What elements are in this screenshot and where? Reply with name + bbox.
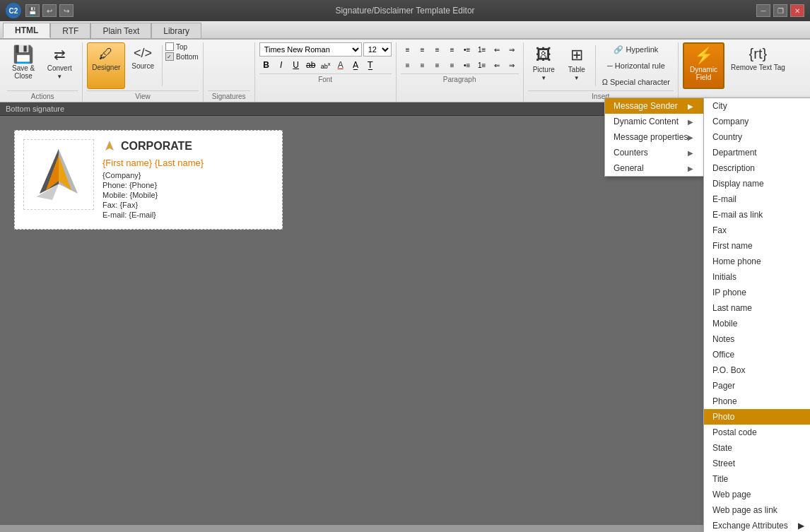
message-props-arrow: ▶ bbox=[688, 134, 693, 141]
sub-notes[interactable]: Notes bbox=[704, 331, 810, 347]
close-btn[interactable]: ✕ bbox=[790, 4, 804, 17]
quick-access-redo[interactable]: ↪ bbox=[59, 4, 74, 17]
sub-company[interactable]: Company bbox=[704, 114, 810, 129]
font-size-select[interactable]: 12 bbox=[363, 42, 392, 57]
save-close-label: Save &Close bbox=[12, 64, 35, 80]
align-left-btn2[interactable]: ≡ bbox=[401, 58, 415, 72]
tab-library[interactable]: Library bbox=[151, 23, 201, 38]
convert-button[interactable]: ⇄ Convert ▼ bbox=[41, 42, 78, 89]
sub-ip-phone[interactable]: IP phone bbox=[704, 285, 810, 300]
ribbon-group-paragraph: ≡ ≡ ≡ ≡ •≡ 1≡ ⇐ ⇒ ≡ ≡ ≡ ≡ •≡ 1≡ ⇐ ⇒ Para… bbox=[398, 42, 524, 102]
list-number-button[interactable]: 1≡ bbox=[475, 42, 489, 57]
hyperlink-button[interactable]: 🔗 Hyperlink bbox=[599, 42, 674, 57]
sub-home-phone[interactable]: Home phone bbox=[704, 254, 810, 269]
menu-item-dynamic-content[interactable]: Dynamic Content ▶ bbox=[605, 114, 705, 129]
ribbon: 💾 Save &Close ⇄ Convert ▼ Actions 🖊 Desi… bbox=[0, 40, 810, 102]
quick-access-undo[interactable]: ↩ bbox=[42, 4, 57, 17]
font-color-button[interactable]: A bbox=[334, 58, 348, 72]
list-bullet-btn2[interactable]: •≡ bbox=[460, 58, 474, 72]
source-button[interactable]: </> Source bbox=[127, 42, 159, 89]
align-center-btn2[interactable]: ≡ bbox=[416, 58, 430, 72]
menu-item-message-sender[interactable]: Message Sender ▶ bbox=[605, 98, 705, 114]
list-number-btn2[interactable]: 1≡ bbox=[475, 58, 489, 72]
picture-button[interactable]: 🖼 Picture ▼ bbox=[528, 42, 560, 89]
menu-item-general[interactable]: General ▶ bbox=[605, 160, 705, 176]
sub-fax[interactable]: Fax bbox=[704, 223, 810, 238]
restore-btn[interactable]: ❐ bbox=[773, 4, 787, 17]
quick-access-save[interactable]: 💾 bbox=[25, 4, 40, 17]
justify-button[interactable]: ≡ bbox=[445, 42, 459, 57]
sub-web-page-link[interactable]: Web page as link bbox=[704, 502, 810, 518]
sub-department[interactable]: Department bbox=[704, 145, 810, 160]
horizontal-rule-button[interactable]: ─ Horizontal rule bbox=[599, 59, 674, 73]
sub-display-name[interactable]: Display name bbox=[704, 176, 810, 191]
tab-bar: HTML RTF Plain Text Library bbox=[0, 21, 810, 40]
superscript-button[interactable]: abx bbox=[319, 58, 333, 72]
sub-mobile[interactable]: Mobile bbox=[704, 316, 810, 331]
bold-icon: B bbox=[263, 60, 269, 70]
picture-icon: 🖼 bbox=[536, 46, 551, 64]
menu-item-message-props[interactable]: Message properties ▶ bbox=[605, 129, 705, 145]
sub-email-link[interactable]: E-mail as link bbox=[704, 207, 810, 223]
align-right-btn2[interactable]: ≡ bbox=[430, 58, 445, 72]
sub-exchange-attrs[interactable]: Exchange Attributes ▶ bbox=[704, 518, 810, 532]
sub-first-name[interactable]: First name bbox=[704, 238, 810, 254]
sub-office[interactable]: Office bbox=[704, 347, 810, 362]
underline-icon: U bbox=[293, 60, 299, 70]
align-right-button[interactable]: ≡ bbox=[430, 42, 445, 57]
tab-rtf[interactable]: RTF bbox=[50, 23, 90, 38]
sub-country[interactable]: Country bbox=[704, 129, 810, 145]
sub-state[interactable]: State bbox=[704, 440, 810, 456]
sub-initials[interactable]: Initials bbox=[704, 269, 810, 285]
sub-street[interactable]: Street bbox=[704, 456, 810, 471]
special-char-button[interactable]: Ω Special character bbox=[599, 74, 674, 89]
sub-city[interactable]: City bbox=[704, 98, 810, 114]
sub-last-name[interactable]: Last name bbox=[704, 300, 810, 316]
editor-canvas[interactable]: CORPORATE {First name} {Last name} {Comp… bbox=[0, 116, 799, 524]
insert-small-buttons: 🔗 Hyperlink ─ Horizontal rule Ω Special … bbox=[599, 42, 674, 89]
company-logo-small bbox=[102, 139, 117, 153]
sub-phone[interactable]: Phone bbox=[704, 394, 810, 409]
justify-btn2[interactable]: ≡ bbox=[445, 58, 459, 72]
align-center-button[interactable]: ≡ bbox=[416, 42, 430, 57]
top-check-item[interactable]: Top bbox=[165, 42, 199, 51]
sub-description[interactable]: Description bbox=[704, 160, 810, 176]
clear-format-button[interactable]: T̲ bbox=[363, 58, 377, 72]
list-bullet-button[interactable]: •≡ bbox=[460, 42, 474, 57]
sub-web-page[interactable]: Web page bbox=[704, 487, 810, 502]
highlight-icon: A̲ bbox=[353, 60, 358, 70]
font-name-select[interactable]: Times New Roman bbox=[259, 42, 362, 57]
counters-arrow: ▶ bbox=[688, 149, 693, 157]
indent-decrease-button[interactable]: ⇐ bbox=[490, 42, 504, 57]
save-close-button[interactable]: 💾 Save &Close bbox=[7, 42, 40, 89]
underline-button[interactable]: U bbox=[289, 58, 303, 72]
strikethrough-button[interactable]: ab bbox=[304, 58, 318, 72]
tab-html[interactable]: HTML bbox=[3, 23, 50, 38]
table-button[interactable]: ⊞ Table ▼ bbox=[561, 42, 592, 89]
indent-inc-btn2[interactable]: ⇒ bbox=[505, 58, 519, 72]
indent-dec-btn2[interactable]: ⇐ bbox=[490, 58, 504, 72]
title-bar-left: C2 💾 ↩ ↪ bbox=[6, 3, 74, 18]
sub-postal-code[interactable]: Postal code bbox=[704, 425, 810, 440]
align-left-button[interactable]: ≡ bbox=[401, 42, 415, 57]
sub-po-box[interactable]: P.O. Box bbox=[704, 362, 810, 378]
strikethrough-icon: ab bbox=[306, 60, 315, 70]
bottom-check-item[interactable]: ✓ Bottom bbox=[165, 52, 199, 61]
sub-photo[interactable]: Photo bbox=[704, 409, 810, 425]
tab-plain[interactable]: Plain Text bbox=[90, 23, 151, 38]
highlight-button[interactable]: A̲ bbox=[348, 58, 363, 72]
minimize-btn[interactable]: ─ bbox=[756, 4, 770, 17]
menu-item-counters[interactable]: Counters ▶ bbox=[605, 145, 705, 160]
bottom-checkbox[interactable]: ✓ bbox=[165, 52, 174, 61]
bold-button[interactable]: B bbox=[259, 58, 274, 72]
top-checkbox[interactable] bbox=[165, 42, 174, 51]
sub-email[interactable]: E-mail bbox=[704, 191, 810, 207]
italic-button[interactable]: I bbox=[274, 58, 288, 72]
indent-increase-button[interactable]: ⇒ bbox=[505, 42, 519, 57]
designer-button[interactable]: 🖊 Designer bbox=[87, 42, 125, 89]
remove-tag-button[interactable]: {rt} Remove Text Tag bbox=[726, 42, 790, 89]
dynamic-field-button[interactable]: ⚡ DynamicField bbox=[683, 42, 724, 89]
sub-title[interactable]: Title bbox=[704, 471, 810, 487]
sub-pager[interactable]: Pager bbox=[704, 378, 810, 394]
dynamic-field-label: DynamicField bbox=[690, 66, 717, 81]
